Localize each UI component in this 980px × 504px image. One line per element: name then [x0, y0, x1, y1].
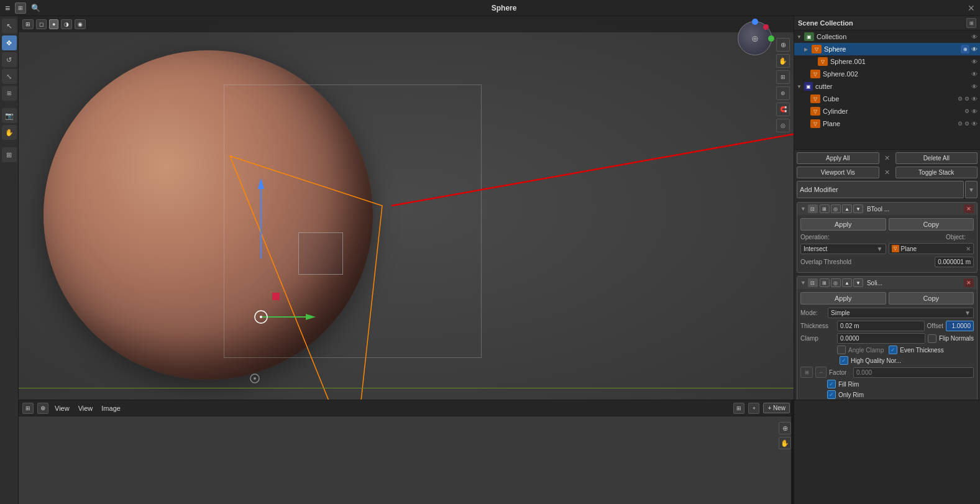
camera-tool[interactable]: 📷: [2, 108, 17, 123]
image-editor-body[interactable]: [19, 416, 794, 504]
rotate-tool[interactable]: ↺: [2, 52, 17, 67]
viewport-vis-button[interactable]: Viewport Vis: [797, 167, 879, 178]
btool-expand[interactable]: ▼: [800, 206, 806, 212]
clamp-value[interactable]: 0.0000: [837, 333, 925, 344]
sphere001-eye[interactable]: 👁: [971, 58, 978, 65]
sphere-eye[interactable]: 👁: [971, 46, 978, 53]
plane-icon1[interactable]: ⚙: [958, 121, 963, 127]
vp-proportional[interactable]: ◎: [776, 119, 790, 132]
toggle-stack-button[interactable]: Toggle Stack: [895, 167, 978, 178]
viewport-3d[interactable]: ⊞ ◻ ● ◑ ◉ ⊕ ✋ ⊞ ⊛ 🧲 ◎: [19, 16, 794, 400]
solidify-mod-icon3[interactable]: ▲: [842, 278, 852, 287]
operation-dropdown[interactable]: Intersect▼: [800, 244, 886, 254]
splitter-handle[interactable]: [791, 400, 794, 504]
vp-shading-render[interactable]: ◉: [75, 19, 86, 29]
view-menu[interactable]: View: [52, 405, 72, 412]
image-menu[interactable]: Image: [99, 405, 123, 412]
outliner-item-cylinder[interactable]: ▽ Cylinder ⚙ 👁: [794, 105, 980, 117]
solidify-mod-icon1[interactable]: ⊞: [820, 278, 830, 287]
factor-value[interactable]: 0.000: [853, 367, 974, 378]
image-editor-header: ⊞ ⊕ View View Image ⊞ + + New: [19, 400, 794, 416]
menu-icon[interactable]: ≡: [5, 3, 10, 13]
solidify-close[interactable]: ✕: [964, 278, 974, 287]
vp-snap[interactable]: 🧲: [776, 103, 790, 116]
image-add-icon[interactable]: +: [748, 403, 759, 414]
grid-tool[interactable]: ⊞: [2, 147, 17, 162]
vis-eye[interactable]: 👁: [971, 34, 978, 40]
only-rim-check[interactable]: ✓: [827, 390, 836, 399]
search-icon[interactable]: 🔍: [31, 4, 40, 12]
solidify-mod-icon4[interactable]: ▼: [853, 278, 863, 287]
layout-icon[interactable]: ⊞: [15, 2, 26, 14]
cube-icon2[interactable]: ⚙: [964, 96, 969, 102]
scale-tool[interactable]: ⤡: [2, 69, 17, 84]
pan-tool[interactable]: ✋: [2, 125, 17, 140]
outliner-item-plane[interactable]: ▽ Plane ⚙ ⚙ 👁: [794, 117, 980, 130]
apply-all-button[interactable]: Apply All: [797, 152, 879, 164]
factor-spacer[interactable]: ↔: [815, 367, 827, 378]
solidify-expand[interactable]: ▼: [800, 280, 806, 286]
vp-zoom-fit[interactable]: ⊕: [776, 38, 790, 52]
btool-mod-icon1[interactable]: ⊞: [820, 204, 830, 213]
mode-dropdown[interactable]: Simple▼: [828, 308, 974, 318]
outliner-item-cutter[interactable]: ▼ ▣ cutter 👁: [794, 80, 980, 93]
window-close[interactable]: ✕: [968, 3, 975, 13]
vp-shading-material[interactable]: ◑: [61, 19, 72, 29]
outliner-item-cube[interactable]: ▽ Cube ⚙ ⚙ 👁: [794, 93, 980, 105]
editor-type-icon[interactable]: ⊞: [22, 403, 34, 414]
area-icon[interactable]: ⊞: [800, 367, 813, 378]
view2-menu[interactable]: View: [76, 405, 96, 412]
cube-eye[interactable]: 👁: [971, 96, 978, 103]
even-thickness-check[interactable]: ✓: [889, 346, 897, 354]
vp-overlay[interactable]: ⊞: [776, 70, 790, 84]
overlap-value[interactable]: 0.000001 m: [935, 257, 974, 267]
high-quality-label: High Quality Nor...: [851, 357, 901, 364]
outliner-item-sphere001[interactable]: ▽ Sphere.001 👁: [794, 55, 980, 68]
solidify-apply-btn[interactable]: Apply: [800, 292, 886, 305]
fill-rim-check[interactable]: ✓: [827, 380, 836, 388]
vp-shading-wire[interactable]: ◻: [36, 19, 47, 29]
cube-icon1[interactable]: ⚙: [958, 96, 963, 102]
vp-shading-solid[interactable]: ●: [49, 19, 58, 29]
vp-gizmo[interactable]: ⊛: [776, 86, 790, 100]
btool-mod-icon2[interactable]: ◎: [831, 204, 841, 213]
thickness-value[interactable]: 0.02 m: [837, 321, 925, 331]
plane-icon2[interactable]: ⚙: [964, 121, 969, 127]
solidify-copy-btn[interactable]: Copy: [889, 292, 974, 305]
high-quality-check[interactable]: ✓: [840, 356, 848, 365]
plane-eye[interactable]: 👁: [971, 121, 978, 127]
btool-copy-btn[interactable]: Copy: [889, 218, 974, 231]
cylinder-eye[interactable]: 👁: [971, 108, 978, 115]
outliner-item-collection[interactable]: ▼ ▣ Collection 👁: [794, 30, 980, 43]
image-pan-btn[interactable]: ✋: [779, 437, 791, 449]
transform-tool[interactable]: ⊞: [2, 86, 17, 101]
cylinder-icon1[interactable]: ⚙: [964, 108, 969, 114]
nav-gizmo[interactable]: ⊕: [738, 21, 772, 55]
image-zoom-btn[interactable]: ⊕: [779, 422, 791, 434]
vp-editor-type[interactable]: ⊞: [22, 19, 34, 29]
btool-close[interactable]: ✕: [964, 204, 974, 213]
image-editor[interactable]: ⊞ ⊕ View View Image ⊞ + + New: [19, 400, 794, 504]
btool-apply-btn[interactable]: Apply: [800, 218, 886, 231]
delete-all-button[interactable]: Delete All: [895, 152, 978, 164]
outliner-item-sphere002[interactable]: ▽ Sphere.002 👁: [794, 68, 980, 80]
cursor-tool[interactable]: ↖: [2, 19, 17, 34]
outliner-filter[interactable]: ⊞: [966, 18, 976, 28]
angle-clamp-check[interactable]: [837, 346, 846, 354]
add-modifier-button[interactable]: Add Modifier: [797, 181, 964, 198]
new-image-btn[interactable]: + New: [763, 403, 790, 413]
solidify-mod-icon2[interactable]: ◎: [831, 278, 841, 287]
image-zoom-icon[interactable]: ⊕: [37, 403, 48, 414]
flip-normals-check[interactable]: [928, 334, 936, 343]
offset-value[interactable]: 1.0000: [946, 321, 974, 331]
object-dropdown[interactable]: ▽ Plane ✕: [889, 243, 974, 254]
btool-mod-icon4[interactable]: ▼: [853, 204, 863, 213]
image-type-icon1[interactable]: ⊞: [733, 403, 744, 414]
sphere002-eye[interactable]: 👁: [971, 71, 978, 78]
outliner-item-sphere[interactable]: ▶ ▽ Sphere ⊕ 👁: [794, 43, 980, 55]
btool-mod-icon3[interactable]: ▲: [842, 204, 852, 213]
sphere-restrict1[interactable]: ⊕: [961, 45, 969, 53]
vp-pan[interactable]: ✋: [776, 54, 790, 68]
cutter-eye[interactable]: 👁: [971, 83, 978, 90]
move-tool[interactable]: ✥: [2, 35, 17, 50]
